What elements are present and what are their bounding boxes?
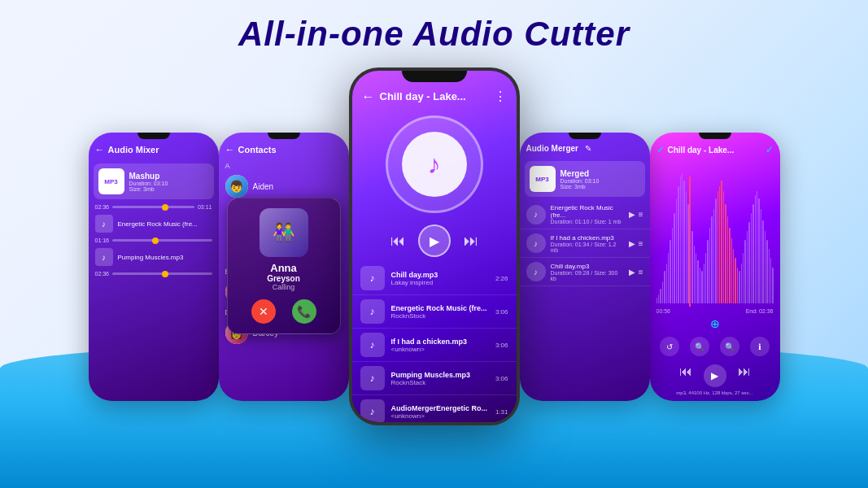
merged-size: Size: 3mb xyxy=(560,184,640,190)
call-buttons: ✕ 📞 xyxy=(251,299,316,324)
track-label-1: Energetic Rock Music (fre... xyxy=(118,220,212,228)
track-info-5: AudioMergerEnergetic Ro... <unknown> xyxy=(391,404,489,420)
track-label-2: Pumping Muscles.mp3 xyxy=(118,254,212,261)
waveform-bar xyxy=(682,173,683,303)
waveform-bar xyxy=(704,264,704,303)
list-icon-3[interactable]: ≡ xyxy=(639,268,643,277)
contact-aiden[interactable]: 👦 Aiden xyxy=(219,172,349,201)
phone4-notch xyxy=(569,133,601,139)
next-button[interactable]: ⏭ xyxy=(464,233,478,250)
album-art: ♪ xyxy=(352,107,517,220)
progress-slider-2[interactable] xyxy=(112,239,212,242)
merged-track-info: Merged Duration: 03:10 Size: 3mb xyxy=(560,169,640,190)
album-circle: ♪ xyxy=(386,115,483,213)
merger-track-1[interactable]: ♪ Energetic Rock Music (fre... Duration:… xyxy=(520,200,650,229)
track-list: ♪ Chill day.mp3 Lakay inspired 2:26 ♪ En… xyxy=(352,262,517,422)
merger-controls-3: ▶ ≡ xyxy=(629,268,643,277)
play-button[interactable]: ▶ xyxy=(418,224,451,257)
zoom-in-button[interactable]: 🔍 xyxy=(690,337,709,356)
back-arrow-icon: ← xyxy=(95,144,105,155)
waveform-bar xyxy=(718,191,718,303)
merger-music-icon-2: ♪ xyxy=(526,233,546,253)
waveform-bar xyxy=(715,198,716,303)
track-item-center-1[interactable]: ♪ Chill day.mp3 Lakay inspired 2:26 xyxy=(352,262,517,295)
waveform-bar xyxy=(670,240,670,303)
decline-button[interactable]: ✕ xyxy=(251,299,276,324)
slider3-thumb xyxy=(162,271,168,277)
waveform-bar xyxy=(752,204,753,303)
track-item-center-3[interactable]: ♪ If I had a chicken.mp3 <unknown> 3:06 xyxy=(352,329,517,362)
merger-music-icon-3: ♪ xyxy=(526,262,546,281)
waveform-bar xyxy=(700,268,700,303)
waveform-bar xyxy=(765,231,765,303)
track-info-2: Energetic Rock Music (fre... RocknStock xyxy=(391,304,489,320)
skip-back-icon[interactable]: ⏮ xyxy=(679,364,692,387)
waveform-bar xyxy=(676,198,677,303)
track-name-c2: Energetic Rock Music (fre... xyxy=(391,304,489,312)
progress-slider-3[interactable] xyxy=(112,272,212,275)
merged-mp3-icon: MP3 xyxy=(530,166,556,192)
waveform-bar xyxy=(680,176,681,303)
slider-end-time: 03:11 xyxy=(198,204,212,210)
editor-toolbar: ↺ 🔍 🔍 ℹ xyxy=(650,332,780,361)
skip-forward-icon[interactable]: ⏭ xyxy=(738,364,751,387)
slider-start-time: 02:36 xyxy=(95,204,110,210)
player-header: ← Chill day - Lake... ⋮ xyxy=(352,82,517,107)
track-thumb-2: ♪ xyxy=(360,299,385,324)
track-item-center-2[interactable]: ♪ Energetic Rock Music (fre... RocknStoc… xyxy=(352,295,517,329)
check-icon-right[interactable]: ✓ xyxy=(765,144,774,155)
prev-button[interactable]: ⏮ xyxy=(390,233,405,250)
info-button[interactable]: ℹ xyxy=(750,337,770,356)
list-icon-2[interactable]: ≡ xyxy=(639,239,643,248)
accept-button[interactable]: 📞 xyxy=(292,299,316,324)
track-item-center-4[interactable]: ♪ Pumping Muscles.mp3 RocknStack 3:06 xyxy=(352,362,517,395)
merger-track-3[interactable]: ♪ Chill day.mp3 Duration: 09:28 / Size: … xyxy=(520,258,650,286)
progress-slider[interactable] xyxy=(112,206,194,208)
waveform-bar xyxy=(719,186,720,303)
reset-button[interactable]: ↺ xyxy=(660,337,679,356)
menu-icon[interactable]: ⋮ xyxy=(494,89,507,104)
track-info-3: If I had a chicken.mp3 <unknown> xyxy=(391,338,489,353)
track-thumb-3: ♪ xyxy=(360,333,385,357)
waveform-bar xyxy=(733,249,734,303)
phone-audio-merger: Audio Merger ✎ MP3 Merged Duration: 03:1… xyxy=(520,133,650,401)
merger-track-info-2: If I had a chicken.mp3 Duration: 01:34 /… xyxy=(551,234,624,253)
slider2-start: 01:16 xyxy=(95,237,110,243)
track-name-c4: Pumping Muscles.mp3 xyxy=(391,371,489,379)
merger-track-2[interactable]: ♪ If I had a chicken.mp3 Duration: 01:34… xyxy=(520,229,650,258)
waveform-bar xyxy=(727,216,728,303)
waveform-bar xyxy=(737,268,738,303)
back-icon[interactable]: ← xyxy=(362,89,375,104)
list-icon-1[interactable]: ≡ xyxy=(639,210,643,219)
time-end: End: 02:36 xyxy=(746,308,774,314)
merger-track-meta-1: Duration: 01:10 / Size: 1 mb xyxy=(551,219,624,224)
waveform-bar xyxy=(747,231,748,303)
waveform-bar xyxy=(711,216,712,303)
waveform-bar xyxy=(761,209,761,303)
zoom-out-button[interactable]: 🔍 xyxy=(720,337,739,356)
play-icon-3[interactable]: ▶ xyxy=(629,268,635,277)
waveform-bar xyxy=(672,228,673,303)
music-icon: ♪ xyxy=(95,215,113,233)
waveform-bar xyxy=(748,222,749,303)
phone-audio-editor: ✓ Chill day - Lake... ✓ 00:56 End: 02:36… xyxy=(650,133,780,401)
editor-playbar: ⏮ ▶ ⏭ xyxy=(650,361,780,390)
check-icon-left[interactable]: ✓ xyxy=(656,144,665,155)
track-item-2[interactable]: ♪ Pumping Muscles.mp3 xyxy=(89,245,219,269)
play-icon-2[interactable]: ▶ xyxy=(629,239,635,248)
editor-play-button[interactable]: ▶ xyxy=(704,364,726,387)
slider-row-3: 02:36 xyxy=(89,269,219,278)
merged-card: MP3 Merged Duration: 03:10 Size: 3mb xyxy=(525,161,645,197)
calling-popup: 👫 Anna Greyson Calling ✕ 📞 xyxy=(227,198,341,334)
phone2-notch xyxy=(268,133,300,139)
track-artist-c4: RocknStack xyxy=(391,379,489,386)
waveform-bar xyxy=(743,253,744,303)
track-item-center-5[interactable]: ♪ AudioMergerEnergetic Ro... <unknown> 1… xyxy=(352,395,517,422)
waveform-bar xyxy=(755,195,756,303)
waveform-bar xyxy=(691,231,692,303)
play-icon-1[interactable]: ▶ xyxy=(629,210,635,219)
editor-title: Chill day - Lake... xyxy=(668,146,762,155)
phone-music-player: ← Chill day - Lake... ⋮ ♪ ⏮ ▶ ⏭ ♪ Chill … xyxy=(349,68,520,425)
playback-controls: ⏮ ▶ ⏭ xyxy=(352,220,517,262)
track-item-1[interactable]: ♪ Energetic Rock Music (fre... xyxy=(89,211,219,236)
